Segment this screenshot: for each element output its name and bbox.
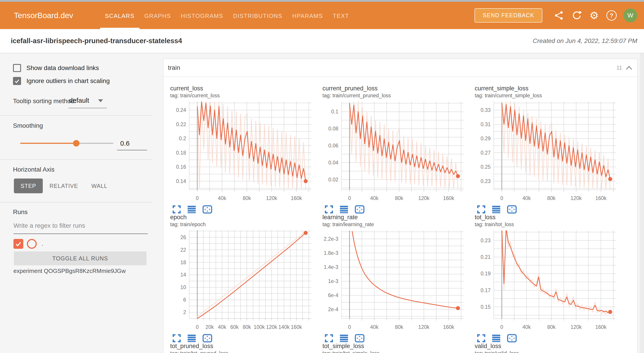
fit-domain-icon[interactable] <box>507 334 517 343</box>
svg-text:0.23: 0.23 <box>480 178 490 184</box>
toggle-all-runs-button[interactable]: TOGGLE ALL RUNS <box>14 251 146 265</box>
svg-text:80k: 80k <box>243 324 251 330</box>
smoothing-slider[interactable] <box>20 143 113 144</box>
axis-option-wall[interactable]: WALL <box>85 179 114 193</box>
avatar[interactable]: W <box>624 8 637 22</box>
svg-text:40k: 40k <box>218 195 226 201</box>
share-icon[interactable] <box>552 8 566 23</box>
tab-graphs[interactable]: GRAPHS <box>140 2 176 29</box>
run-checkbox[interactable] <box>14 239 23 249</box>
run-name: . <box>42 241 43 247</box>
slider-fill <box>20 143 76 144</box>
chart-title: tot_simple_loss <box>322 342 470 350</box>
help-icon[interactable]: ? <box>604 8 619 23</box>
svg-text:0: 0 <box>196 195 199 201</box>
fit-domain-icon[interactable] <box>355 205 364 214</box>
svg-text:20k: 20k <box>206 324 214 330</box>
svg-text:120k: 120k <box>266 195 277 201</box>
svg-text:0.08: 0.08 <box>328 126 338 132</box>
horizontal-axis-label: Horizontal Axis <box>13 166 54 173</box>
chart-count: 11 <box>616 65 622 71</box>
tab-hparams[interactable]: HPARAMS <box>287 2 328 29</box>
svg-text:0.1: 0.1 <box>331 109 338 114</box>
send-feedback-button[interactable]: SEND FEEDBACK <box>474 8 542 22</box>
chart-tag: tag: train/tot_pruned_loss <box>170 350 318 353</box>
svg-text:1e-3: 1e-3 <box>328 278 338 284</box>
chart-title: current_pruned_loss <box>322 84 470 92</box>
app-header: TensorBoard.dev SCALARSGRAPHSHISTOGRAMSD… <box>0 2 644 29</box>
tooltip-sorting-label: Tooltip sorting method: <box>13 97 76 105</box>
fullscreen-icon[interactable] <box>172 334 181 343</box>
tab-histograms[interactable]: HISTOGRAMS <box>176 2 228 29</box>
chevron-up-icon[interactable] <box>626 65 632 70</box>
svg-text:80k: 80k <box>395 324 404 330</box>
svg-text:10: 10 <box>180 284 186 290</box>
checkbox-label: Show data download links <box>26 64 99 72</box>
svg-text:0.18: 0.18 <box>176 150 186 156</box>
fullscreen-icon[interactable] <box>477 334 486 343</box>
chart-tag: tag: train/tot_simple_loss <box>322 350 470 353</box>
gear-icon[interactable]: ⚙ <box>587 8 602 23</box>
chart-tag: tag: train/current_loss <box>170 93 318 98</box>
checkbox-icon[interactable] <box>13 77 21 85</box>
chart-tot_loss: tot_loss tag: train/tot_loss0.150.170.19… <box>475 213 622 342</box>
fit-domain-icon[interactable] <box>202 334 212 343</box>
tab-distributions[interactable]: DISTRIBUTIONS <box>228 2 287 29</box>
svg-text:6e-4: 6e-4 <box>328 292 338 298</box>
svg-text:120k: 120k <box>570 324 582 330</box>
smoothing-value-input[interactable]: 0.6 <box>118 140 149 147</box>
runs-filter-input[interactable]: Write a regex to filter runs <box>14 222 85 229</box>
chart-epoch: epoch tag: train/epoch261014182226020k40… <box>170 213 318 342</box>
chart-tag: tag: train/valid_loss <box>475 350 622 353</box>
ignore-outliers-checkbox-row[interactable]: Ignore outliers in chart scaling <box>13 77 110 85</box>
svg-text:140k: 140k <box>278 324 290 330</box>
tooltip-sorting-select[interactable]: default <box>69 97 89 104</box>
experiment-title: icefall-asr-librispeech-pruned-transduce… <box>11 37 182 45</box>
refresh-icon[interactable] <box>569 8 584 23</box>
svg-text:160k: 160k <box>596 324 606 330</box>
data-table-icon[interactable] <box>340 205 348 214</box>
data-table-icon[interactable] <box>187 205 196 214</box>
fit-domain-icon[interactable] <box>202 205 212 214</box>
slider-thumb[interactable] <box>73 140 80 147</box>
fit-domain-icon[interactable] <box>355 334 364 343</box>
fullscreen-icon[interactable] <box>172 205 181 214</box>
train-section-header[interactable]: train 11 <box>164 59 637 77</box>
svg-text:0.21: 0.21 <box>480 254 490 260</box>
svg-text:60k: 60k <box>230 324 239 330</box>
chart-tag: tag: train/current_simple_loss <box>475 93 622 98</box>
svg-text:80k: 80k <box>243 195 251 201</box>
svg-text:80k: 80k <box>395 195 404 201</box>
data-table-icon[interactable] <box>492 205 501 214</box>
settings-sidebar: Show data download links Ignore outliers… <box>0 53 152 353</box>
svg-text:40k: 40k <box>522 324 531 330</box>
tab-scalars[interactable]: SCALARS <box>100 2 140 29</box>
select-underline <box>68 108 107 108</box>
svg-text:0.14: 0.14 <box>176 178 186 184</box>
horizontal-axis-buttons: STEPRELATIVEWALL <box>14 179 114 193</box>
svg-text:120k: 120k <box>418 324 430 330</box>
fullscreen-icon[interactable] <box>325 334 333 343</box>
svg-text:40k: 40k <box>370 195 379 201</box>
data-table-icon[interactable] <box>340 334 348 343</box>
show-download-links-checkbox-row[interactable]: Show data download links <box>13 64 99 72</box>
svg-text:1.4e-3: 1.4e-3 <box>324 264 338 270</box>
checkbox-icon[interactable] <box>13 64 21 72</box>
tab-text[interactable]: TEXT <box>328 2 354 29</box>
data-table-icon[interactable] <box>492 334 501 343</box>
scrollbar[interactable] <box>640 53 644 353</box>
svg-text:100k: 100k <box>254 324 265 330</box>
divider <box>0 115 152 116</box>
chevron-down-icon <box>98 99 103 102</box>
data-table-icon[interactable] <box>187 334 196 343</box>
axis-option-step[interactable]: STEP <box>14 179 43 193</box>
svg-text:0.31: 0.31 <box>480 121 490 127</box>
fit-domain-icon[interactable] <box>507 205 517 214</box>
fullscreen-icon[interactable] <box>477 205 486 214</box>
fullscreen-icon[interactable] <box>325 205 333 214</box>
chart-valid_loss: valid_loss tag: train/valid_loss <box>475 342 622 353</box>
svg-text:80k: 80k <box>547 195 556 201</box>
run-row[interactable]: . <box>14 239 43 249</box>
svg-text:40k: 40k <box>218 324 226 330</box>
axis-option-relative[interactable]: RELATIVE <box>43 179 85 193</box>
